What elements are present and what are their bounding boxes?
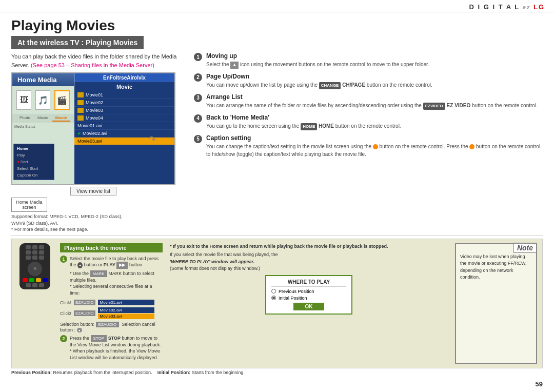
radio-previous[interactable] [271, 289, 276, 293]
rb3 [39, 245, 44, 249]
selection-cancel-text: Selection button: EZAUDIO Selection canc… [60, 322, 163, 332]
step-3: 3 Arrange List You can arrange the name … [194, 93, 543, 110]
movie-avi-1[interactable]: Movie01.avi [74, 122, 174, 130]
context-caption[interactable]: Caption On [15, 172, 53, 179]
wtp-info: If you select the movie file that was be… [170, 251, 448, 272]
intro-link[interactable]: (See page 53 – Sharing files in the Medi… [31, 62, 154, 68]
mini-file-list-2: Movie02.avi Movie03.avi [98, 307, 154, 320]
tab-movie[interactable]: Movie [52, 115, 70, 122]
movie-item-1[interactable]: Movie01 [74, 91, 174, 99]
mark-note: * Use the MARK MARK button to select mul… [70, 270, 163, 284]
movie-folder-name: EnFoltrseAirolvix [74, 73, 174, 82]
step-1: 1 Moving up Select the ▲ icon using the … [194, 52, 543, 69]
playback-header: Playing back the movie [60, 243, 163, 252]
ui-mockup: Home Media 🖼 🎵 🎬 Photo [11, 72, 175, 185]
rb9 [39, 256, 44, 260]
step-4-content: Back to 'Home Media' You can go to the h… [206, 114, 543, 130]
photo-icon-box: 🖼 [16, 90, 31, 110]
step-2-desc: You can move up/down the list by page us… [206, 81, 543, 89]
check-icon-2: ✔ [77, 131, 81, 136]
mark-btn: MARK [90, 270, 107, 277]
supported-formats: Supported format: MPEG-1 VCD, MPEG-2 (SD… [11, 213, 175, 233]
click-list-area: Click! EZAUDIO Movie01.avi Click! EZAUDI… [60, 300, 163, 320]
rb8 [32, 256, 37, 260]
tab-photo[interactable]: Photo [16, 115, 33, 122]
note-text: Video may be lost when playing the movie… [460, 253, 532, 281]
radio-initial[interactable] [271, 296, 276, 300]
movie-panel: EnFoltrseAirolvix Movie Movie01 Movie02 … [74, 73, 174, 185]
wtp-window-text: 'WHERE TO PLAY' window will appear. [170, 259, 254, 264]
mini-file-list-1: Movie01.avi [98, 300, 154, 306]
note-label: Note [513, 243, 537, 253]
ch-page-button: CHANGE [319, 82, 341, 89]
movie-icon: 🎬 [57, 95, 67, 105]
step-number-5: 5 [194, 135, 202, 143]
play-step-number-2: 2 [60, 335, 67, 342]
view-movie-label: View movie list [70, 187, 116, 195]
context-menu: Home Play ●Sort Select Start Caption On [13, 144, 54, 180]
ezvideo-btn: EZVIDEO [423, 103, 445, 110]
rb2 [32, 245, 37, 249]
movie-item-4[interactable]: Movie04 [74, 114, 174, 122]
play-step-1: 1 Select the movie file to play back and… [60, 256, 163, 297]
play-step-2: 2 Press the STOP STOP button to move to … [60, 335, 163, 361]
movie-item-2[interactable]: Movie02 [74, 99, 174, 107]
mini-file-3: Movie03.avi [98, 313, 154, 319]
brand-ez: ez [523, 4, 531, 10]
initial-position-label: Initial Position: [157, 370, 191, 375]
step-2: 2 Page Up/Down You can move up/down the … [194, 73, 543, 89]
section-header: At the wireless TV : Playing Movies [11, 36, 144, 49]
context-play[interactable]: Play [15, 152, 53, 159]
folder-icon [77, 92, 84, 97]
page-title: Playing Movies [0, 12, 554, 36]
remote-control-image: ⊕ [17, 243, 53, 364]
step-5-title: Caption setting [206, 134, 543, 142]
step-4: 4 Back to 'Home Media' You can go to the… [194, 114, 543, 130]
stop-btn: STOP [91, 335, 107, 342]
remote-dpad: ⊕ [28, 262, 42, 276]
movie-avi-3[interactable]: Movie03.avi [74, 138, 174, 145]
movie-avi-2[interactable]: ✔Movie02.avi [74, 130, 174, 138]
rb12 [39, 283, 44, 287]
wtp-ok-button[interactable]: OK [293, 303, 324, 310]
play-btn: ▶▶ [116, 262, 128, 268]
view-movie-container: View movie list [11, 187, 175, 195]
wtp-option-1: Previous Position [271, 289, 346, 294]
movie-panel-title: Movie [74, 82, 174, 91]
where-to-play-box: WHERE TO PLAY Previous Position Initial … [265, 275, 352, 315]
divider [11, 235, 543, 236]
header: D I G I T A L ez LG [0, 0, 554, 12]
click-row-2: Click! EZAUDIO Movie02.avi Movie03.avi [60, 307, 163, 320]
page-number: 59 [536, 380, 543, 388]
ez-audio-label: EZAUDIO [74, 300, 95, 305]
brand-lg: LG [533, 3, 545, 11]
context-select-start[interactable]: Select Start [15, 165, 53, 172]
ez-audio-label-2: EZAUDIO [74, 310, 95, 316]
home-media-screen-label: Home Mediascreen [11, 198, 47, 212]
playback-instructions: Playing back the movie 1 Select the movi… [60, 243, 163, 364]
bottom-section: ⊕ Playing back the movie 1 Select the mo… [11, 239, 543, 368]
step-number-2: 2 [194, 73, 202, 82]
ui-mockup-container: Home Media 🖼 🎵 🎬 Photo [11, 72, 175, 233]
folder-icon [77, 115, 84, 121]
cancel-dot: ● [77, 328, 82, 332]
step-5: 5 Caption setting You can change the cap… [194, 134, 543, 158]
context-home[interactable]: Home [15, 145, 53, 152]
context-sort[interactable]: ●Sort [15, 159, 53, 165]
folder-icon [77, 108, 84, 113]
tab-music[interactable]: Music [34, 115, 51, 122]
format-line2: WMV9 (SD class), AVI. [11, 220, 175, 227]
previous-position-label: Previous Position: [11, 370, 52, 375]
movie-item-3[interactable]: Movie03 [74, 107, 174, 114]
step-1-desc: Select the ▲ icon using the movement but… [206, 61, 543, 69]
initial-position-text: Starts from the beginning. [192, 370, 245, 375]
wtp-info-text: If you select the movie file that was be… [170, 252, 278, 257]
step-3-desc: You can arrange the name of the folder o… [206, 102, 543, 110]
selection-btn: EZAUDIO [96, 322, 120, 327]
step-1-content: Moving up Select the ▲ icon using the mo… [206, 52, 543, 69]
photo-icon: 🖼 [20, 95, 28, 105]
bottom-notes: Previous Position: Resumes playback from… [11, 369, 554, 377]
home-media-caption: Home Mediascreen [11, 198, 175, 212]
left-panel: You can play back the video files in the… [11, 52, 186, 233]
step-5-content: Caption setting You can change the capti… [206, 134, 543, 158]
